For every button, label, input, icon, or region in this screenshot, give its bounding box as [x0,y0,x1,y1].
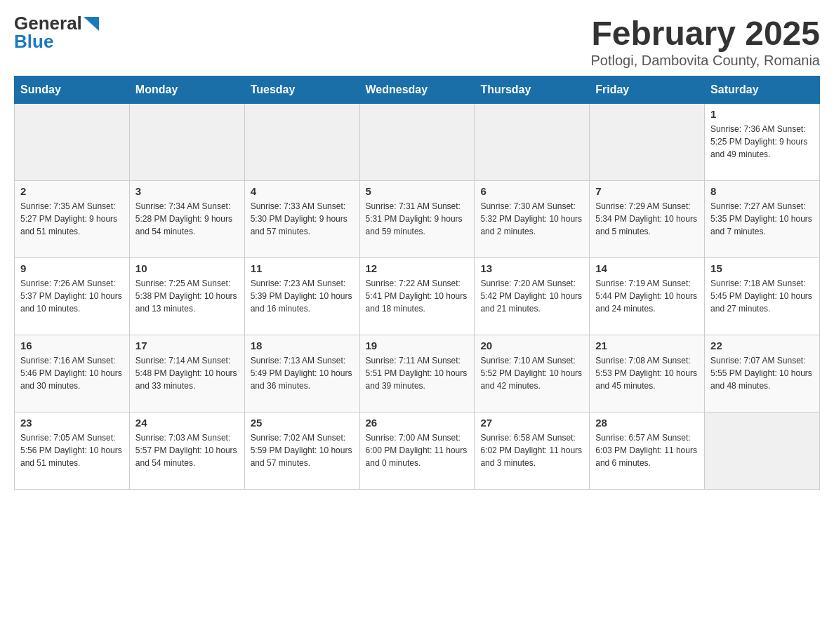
column-header-monday: Monday [129,76,244,104]
day-number: 14 [595,262,699,274]
day-info: Sunrise: 7:11 AM Sunset: 5:51 PM Dayligh… [366,354,469,392]
day-info: Sunrise: 7:34 AM Sunset: 5:28 PM Dayligh… [135,200,239,238]
calendar-cell [705,412,820,490]
location-text: Potlogi, Dambovita County, Romania [591,53,820,69]
calendar-header-row: SundayMondayTuesdayWednesdayThursdayFrid… [15,76,820,104]
calendar-cell: 15Sunrise: 7:18 AM Sunset: 5:45 PM Dayli… [705,258,820,335]
calendar-cell [129,104,244,181]
calendar-week-row: 2Sunrise: 7:35 AM Sunset: 5:27 PM Daylig… [15,181,820,258]
day-info: Sunrise: 7:33 AM Sunset: 5:30 PM Dayligh… [251,200,354,238]
calendar-cell: 7Sunrise: 7:29 AM Sunset: 5:34 PM Daylig… [590,181,705,258]
day-number: 24 [135,417,239,429]
calendar-cell: 19Sunrise: 7:11 AM Sunset: 5:51 PM Dayli… [359,335,475,412]
day-number: 28 [595,417,699,429]
day-number: 3 [135,185,239,197]
logo: General Blue [14,14,99,51]
day-info: Sunrise: 7:08 AM Sunset: 5:53 PM Dayligh… [595,354,699,392]
calendar-cell: 27Sunrise: 6:58 AM Sunset: 6:02 PM Dayli… [475,412,590,490]
day-info: Sunrise: 7:27 AM Sunset: 5:35 PM Dayligh… [710,200,814,238]
day-number: 5 [366,185,469,197]
day-number: 16 [20,340,124,351]
calendar-cell [475,104,590,181]
page-header: General Blue February 2025 Potlogi, Damb… [14,14,820,69]
calendar-cell: 9Sunrise: 7:26 AM Sunset: 5:37 PM Daylig… [15,258,130,335]
logo-triangle-icon [84,17,99,31]
day-info: Sunrise: 7:35 AM Sunset: 5:27 PM Dayligh… [20,200,124,238]
day-number: 20 [480,340,583,351]
day-number: 12 [366,262,469,274]
day-info: Sunrise: 7:13 AM Sunset: 5:49 PM Dayligh… [251,354,354,392]
calendar-cell: 18Sunrise: 7:13 AM Sunset: 5:49 PM Dayli… [244,335,359,412]
day-number: 10 [135,262,239,274]
day-number: 13 [480,262,583,274]
svg-marker-0 [84,17,99,31]
day-number: 25 [251,417,354,429]
calendar-cell: 2Sunrise: 7:35 AM Sunset: 5:27 PM Daylig… [15,181,130,258]
column-header-sunday: Sunday [15,76,130,104]
calendar-cell [15,104,130,181]
calendar-table: SundayMondayTuesdayWednesdayThursdayFrid… [14,76,820,490]
calendar-cell: 13Sunrise: 7:20 AM Sunset: 5:42 PM Dayli… [475,258,590,335]
day-info: Sunrise: 7:26 AM Sunset: 5:37 PM Dayligh… [20,277,124,315]
day-number: 6 [480,185,583,197]
day-number: 11 [251,262,354,274]
day-info: Sunrise: 7:19 AM Sunset: 5:44 PM Dayligh… [595,277,699,315]
day-number: 27 [480,417,583,429]
calendar-cell [359,104,475,181]
calendar-cell: 23Sunrise: 7:05 AM Sunset: 5:56 PM Dayli… [15,412,130,490]
calendar-week-row: 1Sunrise: 7:36 AM Sunset: 5:25 PM Daylig… [15,104,820,181]
day-info: Sunrise: 7:14 AM Sunset: 5:48 PM Dayligh… [135,354,239,392]
calendar-cell: 26Sunrise: 7:00 AM Sunset: 6:00 PM Dayli… [359,412,475,490]
day-info: Sunrise: 7:20 AM Sunset: 5:42 PM Dayligh… [480,277,583,315]
day-info: Sunrise: 6:57 AM Sunset: 6:03 PM Dayligh… [595,431,699,469]
day-info: Sunrise: 7:23 AM Sunset: 5:39 PM Dayligh… [251,277,354,315]
day-info: Sunrise: 7:16 AM Sunset: 5:46 PM Dayligh… [20,354,124,392]
day-info: Sunrise: 6:58 AM Sunset: 6:02 PM Dayligh… [480,431,583,469]
day-number: 26 [366,417,469,429]
calendar-cell: 4Sunrise: 7:33 AM Sunset: 5:30 PM Daylig… [244,181,359,258]
column-header-thursday: Thursday [475,76,590,104]
calendar-cell: 8Sunrise: 7:27 AM Sunset: 5:35 PM Daylig… [705,181,820,258]
title-section: February 2025 Potlogi, Dambovita County,… [591,14,820,69]
day-info: Sunrise: 7:25 AM Sunset: 5:38 PM Dayligh… [135,277,239,315]
calendar-cell: 24Sunrise: 7:03 AM Sunset: 5:57 PM Dayli… [129,412,244,490]
day-info: Sunrise: 7:36 AM Sunset: 5:25 PM Dayligh… [710,123,814,161]
day-number: 17 [135,340,239,351]
day-number: 22 [710,340,814,351]
calendar-cell: 3Sunrise: 7:34 AM Sunset: 5:28 PM Daylig… [129,181,244,258]
day-info: Sunrise: 7:10 AM Sunset: 5:52 PM Dayligh… [480,354,583,392]
column-header-tuesday: Tuesday [244,76,359,104]
day-info: Sunrise: 7:30 AM Sunset: 5:32 PM Dayligh… [480,200,583,238]
calendar-cell: 17Sunrise: 7:14 AM Sunset: 5:48 PM Dayli… [129,335,244,412]
calendar-week-row: 9Sunrise: 7:26 AM Sunset: 5:37 PM Daylig… [15,258,820,335]
month-title: February 2025 [591,14,820,53]
day-number: 8 [710,185,814,197]
day-info: Sunrise: 7:18 AM Sunset: 5:45 PM Dayligh… [710,277,814,315]
calendar-cell: 10Sunrise: 7:25 AM Sunset: 5:38 PM Dayli… [129,258,244,335]
day-number: 15 [710,262,814,274]
day-number: 23 [20,417,124,429]
calendar-cell: 6Sunrise: 7:30 AM Sunset: 5:32 PM Daylig… [475,181,590,258]
column-header-wednesday: Wednesday [359,76,475,104]
logo-general-text: General [14,14,82,32]
calendar-cell: 16Sunrise: 7:16 AM Sunset: 5:46 PM Dayli… [15,335,130,412]
calendar-cell: 21Sunrise: 7:08 AM Sunset: 5:53 PM Dayli… [590,335,705,412]
day-number: 7 [595,185,699,197]
logo-blue-text: Blue [14,32,53,51]
day-info: Sunrise: 7:07 AM Sunset: 5:55 PM Dayligh… [710,354,814,392]
calendar-cell: 28Sunrise: 6:57 AM Sunset: 6:03 PM Dayli… [590,412,705,490]
day-info: Sunrise: 7:00 AM Sunset: 6:00 PM Dayligh… [366,431,469,469]
day-info: Sunrise: 7:22 AM Sunset: 5:41 PM Dayligh… [366,277,469,315]
calendar-cell [590,104,705,181]
calendar-week-row: 23Sunrise: 7:05 AM Sunset: 5:56 PM Dayli… [15,412,820,490]
day-info: Sunrise: 7:03 AM Sunset: 5:57 PM Dayligh… [135,431,239,469]
calendar-cell: 11Sunrise: 7:23 AM Sunset: 5:39 PM Dayli… [244,258,359,335]
day-info: Sunrise: 7:31 AM Sunset: 5:31 PM Dayligh… [366,200,469,238]
calendar-cell [244,104,359,181]
day-info: Sunrise: 7:02 AM Sunset: 5:59 PM Dayligh… [251,431,354,469]
day-number: 21 [595,340,699,351]
day-number: 9 [20,262,124,274]
day-info: Sunrise: 7:29 AM Sunset: 5:34 PM Dayligh… [595,200,699,238]
calendar-cell: 20Sunrise: 7:10 AM Sunset: 5:52 PM Dayli… [475,335,590,412]
calendar-cell: 5Sunrise: 7:31 AM Sunset: 5:31 PM Daylig… [359,181,475,258]
